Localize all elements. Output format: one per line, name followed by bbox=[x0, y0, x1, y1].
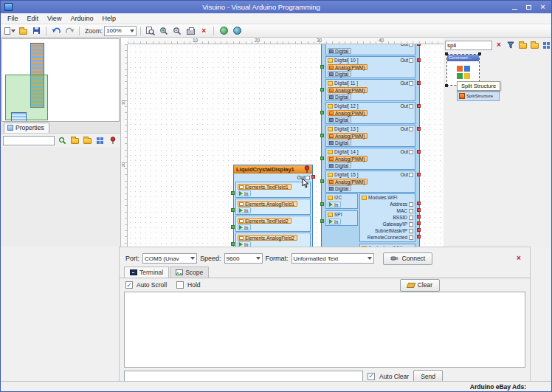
wifi-pin-row[interactable]: Address bbox=[362, 201, 413, 207]
zoom-fit-button[interactable] bbox=[145, 25, 156, 36]
close-button[interactable] bbox=[536, 1, 550, 13]
analog-pwm-pin[interactable]: Analog(PWM) bbox=[328, 110, 368, 116]
output-connector-dot[interactable] bbox=[417, 202, 421, 205]
output-connector-dot[interactable] bbox=[417, 235, 421, 238]
save-project-button[interactable] bbox=[30, 25, 42, 36]
menu-item[interactable]: Arduino bbox=[66, 15, 97, 22]
digital-pin[interactable]: Digital bbox=[328, 71, 351, 77]
output-connector-dot[interactable] bbox=[417, 221, 421, 225]
format-select[interactable]: Unformatted Text bbox=[291, 253, 374, 264]
lcd-element-field[interactable]: Elements.TextField1 bbox=[238, 184, 291, 190]
lcd-element-group[interactable]: Elements.AnalogField1 In bbox=[235, 199, 311, 215]
new-project-button[interactable] bbox=[4, 25, 15, 36]
print-button[interactable] bbox=[184, 25, 196, 36]
pushpin-icon[interactable] bbox=[304, 165, 310, 173]
input-connector-dot[interactable] bbox=[320, 202, 324, 206]
lcd-in-pin[interactable]: In bbox=[238, 207, 251, 213]
wifi-module-group[interactable]: Modules.WiFi Address bbox=[359, 193, 415, 242]
lcd-element-group[interactable]: Elements.TextField1 In bbox=[235, 182, 311, 198]
property-search-button[interactable] bbox=[57, 136, 67, 145]
input-connector-dot[interactable] bbox=[320, 88, 324, 92]
arduino-build-button[interactable] bbox=[231, 25, 243, 36]
output-connector-dot[interactable] bbox=[417, 58, 421, 62]
pin-connector[interactable] bbox=[409, 173, 413, 177]
analog-pwm-pin[interactable]: Analog(PWM) bbox=[328, 179, 368, 185]
open-project-button[interactable] bbox=[17, 25, 29, 36]
minimize-button[interactable] bbox=[508, 1, 522, 13]
lcd-element-field[interactable]: Elements.TextField2 bbox=[238, 218, 291, 224]
digital-pin[interactable]: Digital bbox=[328, 140, 351, 145]
input-connector-dot[interactable] bbox=[231, 225, 235, 229]
pin-connector[interactable] bbox=[409, 202, 413, 207]
zoom-out-button[interactable] bbox=[171, 25, 183, 36]
palette-collapse-all-button[interactable] bbox=[529, 41, 539, 50]
out-pin[interactable]: Out bbox=[401, 172, 413, 177]
input-connector-dot[interactable] bbox=[231, 242, 235, 246]
pin-connector[interactable] bbox=[409, 58, 413, 63]
pin-connector[interactable] bbox=[409, 104, 413, 109]
wifi-pin-row[interactable]: SubnetMask/IP bbox=[362, 227, 413, 234]
output-connector-dot[interactable] bbox=[417, 173, 421, 176]
clear-button[interactable]: Clear bbox=[400, 279, 440, 292]
tab-properties[interactable]: Properties bbox=[4, 123, 49, 133]
overview-navigator[interactable] bbox=[1, 38, 120, 122]
spi-group[interactable]: SPI In bbox=[325, 210, 358, 226]
lcd-out-pin[interactable]: Out bbox=[235, 174, 310, 181]
input-connector-dot[interactable] bbox=[231, 208, 235, 212]
lcd-element-group[interactable]: Elements.TextField2 In bbox=[235, 216, 311, 232]
output-connector-dot[interactable] bbox=[417, 81, 421, 85]
pin-connector[interactable] bbox=[409, 81, 413, 86]
out-pin[interactable]: Out bbox=[401, 44, 413, 47]
output-connector-dot[interactable] bbox=[417, 127, 421, 131]
menu-item[interactable]: View bbox=[43, 15, 66, 22]
spi-in-pin[interactable]: In bbox=[328, 219, 341, 224]
component-search-input[interactable] bbox=[445, 41, 492, 50]
output-connector-dot[interactable] bbox=[417, 215, 421, 219]
output-connector-dot[interactable] bbox=[417, 228, 421, 232]
clear-search-button[interactable]: × bbox=[494, 41, 504, 50]
output-connector-dot[interactable] bbox=[417, 44, 421, 46]
digital-pin[interactable]: Digital bbox=[328, 48, 351, 54]
auto-clear-checkbox[interactable] bbox=[368, 373, 375, 380]
analog-pwm-pin[interactable]: Analog(PWM) bbox=[328, 133, 368, 139]
i2c-group[interactable]: I2C In bbox=[325, 193, 358, 209]
filter-button[interactable] bbox=[506, 41, 516, 50]
digital-channel-group[interactable]: Digital[ 12 ] Out Analog(PWM) bbox=[325, 102, 415, 124]
tab-scope[interactable]: Scope bbox=[170, 267, 209, 278]
palette-view-button[interactable] bbox=[541, 41, 551, 50]
design-canvas[interactable]: Out Digital bbox=[128, 44, 444, 247]
wifi-pin-row[interactable]: RemoteConnected bbox=[362, 234, 413, 241]
collapse-all-button[interactable] bbox=[82, 136, 92, 145]
output-connector-dot[interactable] bbox=[417, 150, 421, 154]
wifi-pin-row[interactable]: MAC bbox=[362, 207, 413, 214]
redo-button[interactable] bbox=[63, 25, 75, 36]
auto-scroll-checkbox[interactable] bbox=[125, 281, 133, 289]
pin-connector[interactable] bbox=[409, 229, 413, 233]
pin-connector[interactable] bbox=[409, 209, 413, 213]
pin-connector[interactable] bbox=[409, 127, 413, 131]
tab-terminal[interactable]: Terminal bbox=[124, 267, 169, 278]
lcd-element-group[interactable]: Elements.AnalogField2 In bbox=[235, 233, 311, 247]
output-connector-dot[interactable] bbox=[311, 175, 315, 179]
i2c-in-pin[interactable]: In bbox=[328, 202, 341, 207]
input-connector-dot[interactable] bbox=[320, 134, 324, 137]
lcd-in-pin[interactable]: In bbox=[238, 241, 251, 247]
digital-pin[interactable]: Digital bbox=[328, 185, 351, 191]
web-help-button[interactable] bbox=[218, 25, 230, 36]
out-pin[interactable]: Out bbox=[401, 80, 413, 86]
terminal-output[interactable] bbox=[124, 292, 525, 368]
expand-all-button[interactable] bbox=[69, 136, 80, 145]
pin-panel-button[interactable] bbox=[108, 136, 118, 145]
connect-button[interactable]: Connect bbox=[383, 252, 433, 265]
selection-handle[interactable] bbox=[478, 52, 481, 55]
lcd-in-pin[interactable]: In bbox=[238, 224, 251, 230]
digital-pin[interactable]: Digital bbox=[328, 94, 351, 100]
lcd-element-field[interactable]: Elements.AnalogField2 bbox=[238, 235, 297, 241]
menu-item[interactable]: Help bbox=[97, 15, 120, 22]
port-select[interactable]: COM5 (Unav bbox=[142, 253, 197, 264]
input-connector-dot[interactable] bbox=[320, 65, 324, 69]
digital-channel-group[interactable]: Digital[ 11 ] Out Analog(PWM) bbox=[325, 79, 415, 101]
menu-item[interactable]: File bbox=[3, 15, 23, 22]
search-result-item[interactable]: SplitStructure bbox=[457, 91, 500, 101]
undo-button[interactable] bbox=[50, 25, 62, 36]
